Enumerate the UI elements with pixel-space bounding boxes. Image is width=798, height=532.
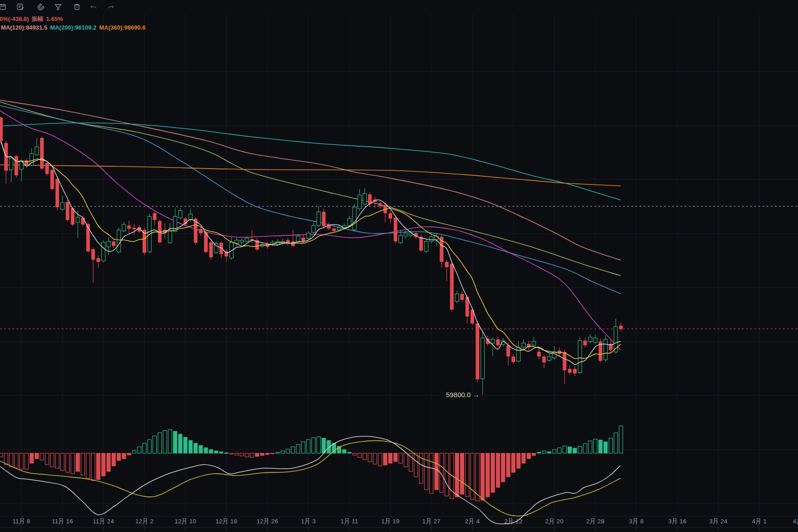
candle-body	[379, 203, 382, 206]
macd-bar	[588, 441, 592, 453]
candle-body	[245, 238, 249, 241]
trash-icon	[73, 3, 81, 11]
candle-body	[209, 242, 213, 257]
ma200-value: MA(200):96109.2	[50, 24, 97, 31]
candle-body	[127, 225, 131, 229]
candle-body	[107, 241, 110, 247]
macd-bar	[512, 453, 515, 472]
macd-bar	[10, 453, 13, 467]
macd-bar	[568, 447, 572, 453]
candle-body	[56, 179, 59, 207]
annotations-layer: 59800.0 →	[446, 391, 479, 399]
candle-body	[81, 218, 85, 225]
macd-bar	[66, 453, 69, 472]
macd-bar	[220, 452, 223, 453]
trading-chart-window: 59800.0 → 0%(-438.8)振幅1.65% MA(120):8493…	[0, 0, 798, 532]
x-axis-label: 3月 16	[668, 517, 686, 526]
macd-bar	[127, 453, 131, 455]
macd-bar	[389, 453, 392, 463]
magnet-button[interactable]	[35, 1, 46, 13]
macd-bar	[547, 452, 551, 453]
candle-body	[568, 369, 572, 373]
x-axis-label: 2月 12	[504, 517, 522, 526]
macd-bar	[471, 453, 474, 500]
macd-bar	[368, 453, 372, 462]
macd-bar	[302, 442, 305, 453]
macd-bar	[250, 453, 254, 457]
macd-bar	[598, 440, 602, 453]
macd-bar	[552, 450, 556, 453]
candle-body	[61, 203, 64, 210]
candle-body	[563, 352, 567, 370]
ma-overlays-layer	[0, 100, 620, 350]
x-axis-label: 4月 9	[793, 517, 798, 526]
edit-note-button[interactable]	[15, 1, 26, 13]
macd-bar	[394, 453, 397, 461]
macd-bar	[614, 433, 618, 453]
candle-body	[604, 339, 608, 360]
macd-bar	[163, 430, 167, 453]
macd-bar	[317, 437, 321, 453]
macd-bar	[573, 448, 577, 453]
macd-bar	[358, 453, 362, 457]
macd-bar	[506, 453, 510, 477]
candle-body	[542, 357, 546, 363]
candle-body	[0, 118, 3, 141]
macd-bar	[307, 440, 310, 453]
candle-body	[302, 238, 305, 241]
macd-bar	[297, 445, 300, 453]
macd-bar	[199, 445, 203, 453]
candle-body	[506, 345, 510, 357]
macd-bar	[532, 453, 536, 455]
x-axis-label: 1月 19	[381, 517, 399, 526]
macd-bar	[86, 453, 90, 478]
delete-button[interactable]	[71, 1, 83, 13]
macd-bar	[455, 453, 459, 497]
time-axis[interactable]: 11月 811月 1611月 2412月 212月 1012月 1812月 26…	[0, 517, 798, 527]
macd-bar	[271, 453, 274, 454]
macd-bar	[399, 453, 403, 463]
candle-body	[394, 218, 397, 241]
x-axis-label: 11月 24	[93, 517, 114, 526]
candle-body	[297, 236, 300, 241]
save-layout-button[interactable]	[0, 1, 9, 13]
candle-body	[312, 225, 315, 232]
redo-button[interactable]	[105, 1, 117, 13]
candle-body	[476, 323, 479, 379]
macd-bar	[353, 453, 356, 455]
undo-button[interactable]	[88, 1, 100, 13]
macd-bar	[174, 431, 177, 453]
ma-magenta	[0, 111, 620, 350]
candle-body	[358, 195, 362, 209]
amplitude-label: 振幅	[31, 15, 43, 22]
macd-bar	[179, 434, 182, 453]
macd-bar	[45, 453, 49, 465]
x-axis-label: 2月 20	[545, 517, 563, 526]
candle-body	[168, 231, 172, 243]
macd-bar	[558, 448, 561, 453]
candle-body	[15, 156, 18, 175]
x-axis-label: 12月 26	[256, 517, 278, 526]
candle-body	[199, 229, 203, 233]
macd-bar	[81, 453, 85, 475]
candle-body	[117, 230, 121, 252]
x-axis-label: 1月 3	[301, 517, 316, 526]
x-axis-label: 4月 1	[752, 517, 767, 526]
candle-body	[425, 241, 428, 251]
ohlc-info-bar: 0%(-438.8)振幅1.65% MA(120):84931.5MA(200)…	[0, 15, 151, 32]
ma360-value: MA(360):98690.6	[99, 24, 146, 31]
candle-body	[399, 235, 403, 243]
macd-bar	[97, 453, 100, 480]
macd-bar	[542, 451, 546, 453]
ma120-value: MA(120):84931.5	[1, 24, 47, 31]
candle-body	[460, 294, 464, 300]
macd-bar	[501, 453, 505, 482]
candle-body	[547, 357, 551, 360]
macd-bar	[593, 439, 597, 453]
candle-body	[133, 228, 136, 229]
candle-body	[445, 262, 449, 267]
candlestick-chart-canvas[interactable]: 59800.0 →	[0, 0, 798, 532]
save-layout-icon	[0, 3, 7, 11]
macd-bar	[266, 453, 269, 455]
filter-button[interactable]	[52, 1, 64, 13]
